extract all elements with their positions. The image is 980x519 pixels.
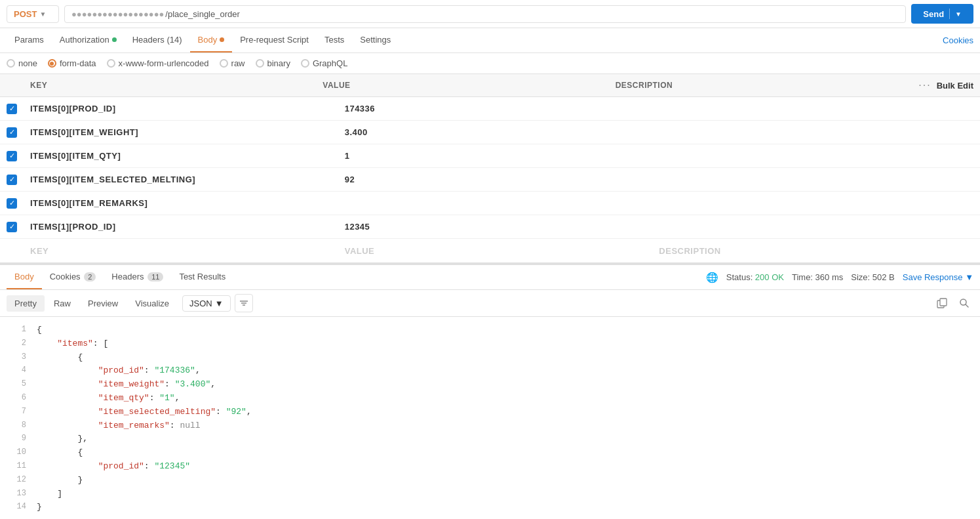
table-placeholder-row: Key Value Description bbox=[0, 239, 980, 262]
radio-graphql[interactable]: GraphQL bbox=[301, 58, 347, 68]
code-line-11: 11 "prod_id": "12345" bbox=[0, 460, 980, 474]
line-num-5: 5 bbox=[7, 378, 26, 390]
copy-button[interactable] bbox=[933, 294, 951, 312]
checkbox-4[interactable] bbox=[7, 175, 17, 185]
cookies-badge: 2 bbox=[84, 272, 96, 281]
send-label: Send bbox=[923, 9, 944, 19]
line-content-2: "items": [ bbox=[37, 337, 108, 351]
json-format-select[interactable]: JSON ▼ bbox=[182, 295, 231, 312]
fmt-tab-pretty-label: Pretty bbox=[14, 299, 37, 308]
tab-headers[interactable]: Headers (14) bbox=[125, 28, 190, 52]
table-row: items[1][prod_id] 12345 bbox=[0, 215, 980, 239]
filter-button[interactable] bbox=[235, 294, 253, 312]
tab-settings[interactable]: Settings bbox=[352, 28, 399, 52]
resp-tab-headers[interactable]: Headers 11 bbox=[104, 265, 171, 289]
line-content-10: { bbox=[37, 446, 83, 460]
bulk-edit-button[interactable]: Bulk Edit bbox=[937, 81, 973, 91]
dots-menu-button[interactable]: ··· bbox=[918, 79, 931, 91]
code-line-9: 9 }, bbox=[0, 432, 980, 446]
placeholder-key[interactable]: Key bbox=[30, 246, 345, 256]
row-2-key[interactable]: items[0][item_weight] bbox=[30, 127, 345, 137]
tab-params[interactable]: Params bbox=[7, 28, 52, 52]
radio-form-data-label: form-data bbox=[60, 58, 96, 68]
code-line-4: 4 "prod_id": "174336", bbox=[0, 364, 980, 378]
row-6-check[interactable] bbox=[7, 222, 30, 232]
radio-binary[interactable]: binary bbox=[256, 58, 290, 68]
row-2-value[interactable]: 3.400 bbox=[345, 127, 659, 137]
save-response-button[interactable]: Save Response ▼ bbox=[903, 272, 973, 282]
table-row: items[0][item_remarks] bbox=[0, 192, 980, 215]
cookies-link[interactable]: Cookies bbox=[943, 35, 973, 45]
tab-body[interactable]: Body bbox=[190, 28, 233, 52]
url-bar[interactable]: ●●●●●●●●●●●●●●●●●● /place_single_order bbox=[64, 5, 906, 23]
resp-tab-cookies[interactable]: Cookies 2 bbox=[42, 265, 104, 289]
header-actions: ··· Bulk Edit bbox=[908, 79, 973, 91]
tab-pre-request-label: Pre-request Script bbox=[240, 35, 309, 45]
checkbox-6[interactable] bbox=[7, 222, 17, 232]
radio-graphql-circle bbox=[301, 59, 309, 68]
checkbox-3[interactable] bbox=[7, 151, 17, 161]
fmt-tab-visualize[interactable]: Visualize bbox=[127, 295, 177, 312]
row-2-check[interactable] bbox=[7, 127, 30, 138]
globe-icon[interactable]: 🌐 bbox=[706, 272, 718, 283]
checkbox-2[interactable] bbox=[7, 127, 17, 138]
svg-rect-4 bbox=[940, 299, 947, 306]
fmt-tab-raw[interactable]: Raw bbox=[46, 295, 79, 312]
send-button[interactable]: Send ▼ bbox=[911, 4, 973, 24]
body-type-row: none form-data x-www-form-urlencoded raw… bbox=[0, 53, 980, 74]
tab-pre-request[interactable]: Pre-request Script bbox=[232, 28, 317, 52]
radio-raw-label: raw bbox=[231, 58, 245, 68]
radio-form-data-circle bbox=[48, 59, 56, 68]
line-content-1: { bbox=[37, 323, 42, 337]
fmt-tab-visualize-label: Visualize bbox=[135, 299, 169, 308]
search-button[interactable] bbox=[955, 294, 973, 312]
line-num-1: 1 bbox=[7, 323, 26, 336]
resp-tab-test-results[interactable]: Test Results bbox=[171, 265, 233, 289]
row-4-check[interactable] bbox=[7, 175, 30, 185]
radio-urlencoded-circle bbox=[107, 59, 115, 68]
row-6-value[interactable]: 12345 bbox=[345, 222, 659, 232]
tab-tests-label: Tests bbox=[324, 35, 344, 45]
row-1-key[interactable]: items[0][prod_id] bbox=[30, 104, 345, 114]
resp-tab-body-label: Body bbox=[14, 272, 34, 281]
resp-tab-body[interactable]: Body bbox=[7, 265, 42, 289]
row-3-value[interactable]: 1 bbox=[345, 151, 659, 161]
request-tabs: Params Authorization Headers (14) Body P… bbox=[0, 28, 980, 53]
row-1-check[interactable] bbox=[7, 104, 30, 114]
method-select[interactable]: POST ▼ bbox=[7, 5, 59, 23]
code-line-7: 7 "item_selected_melting": "92", bbox=[0, 405, 980, 419]
row-5-check[interactable] bbox=[7, 198, 30, 209]
fmt-tab-preview[interactable]: Preview bbox=[80, 295, 126, 312]
row-1-value[interactable]: 174336 bbox=[345, 104, 659, 114]
radio-raw[interactable]: raw bbox=[220, 58, 245, 68]
checkbox-5[interactable] bbox=[7, 198, 17, 209]
svg-line-6 bbox=[966, 304, 968, 307]
line-num-6: 6 bbox=[7, 392, 26, 404]
row-4-key[interactable]: items[0][item_selected_melting] bbox=[30, 175, 345, 184]
row-3-check[interactable] bbox=[7, 151, 30, 161]
json-format-label: JSON bbox=[189, 299, 212, 308]
line-content-6: "item_qty": "1", bbox=[37, 392, 180, 405]
line-content-3: { bbox=[37, 351, 83, 365]
row-4-value[interactable]: 92 bbox=[345, 175, 659, 184]
line-num-8: 8 bbox=[7, 419, 26, 432]
code-line-6: 6 "item_qty": "1", bbox=[0, 392, 980, 405]
code-line-8: 8 "item_remarks": null bbox=[0, 419, 980, 433]
code-area: 1 { 2 "items": [ 3 { 4 "prod_id": "17433… bbox=[0, 317, 980, 519]
resp-tab-headers-label: Headers bbox=[111, 272, 144, 281]
radio-form-data[interactable]: form-data bbox=[48, 58, 96, 68]
line-content-11: "prod_id": "12345" bbox=[37, 460, 190, 474]
radio-none[interactable]: none bbox=[7, 58, 37, 68]
line-num-2: 2 bbox=[7, 337, 26, 350]
fmt-tab-pretty[interactable]: Pretty bbox=[7, 295, 45, 312]
placeholder-value[interactable]: Value bbox=[345, 246, 659, 256]
row-6-key[interactable]: items[1][prod_id] bbox=[30, 222, 345, 232]
url-path: /place_single_order bbox=[165, 9, 239, 19]
placeholder-desc[interactable]: Description bbox=[659, 246, 973, 256]
tab-authorization[interactable]: Authorization bbox=[52, 28, 125, 52]
checkbox-1[interactable] bbox=[7, 104, 17, 114]
row-3-key[interactable]: items[0][item_qty] bbox=[30, 151, 345, 161]
row-5-key[interactable]: items[0][item_remarks] bbox=[30, 198, 345, 208]
tab-tests[interactable]: Tests bbox=[317, 28, 352, 52]
radio-urlencoded[interactable]: x-www-form-urlencoded bbox=[107, 58, 209, 68]
